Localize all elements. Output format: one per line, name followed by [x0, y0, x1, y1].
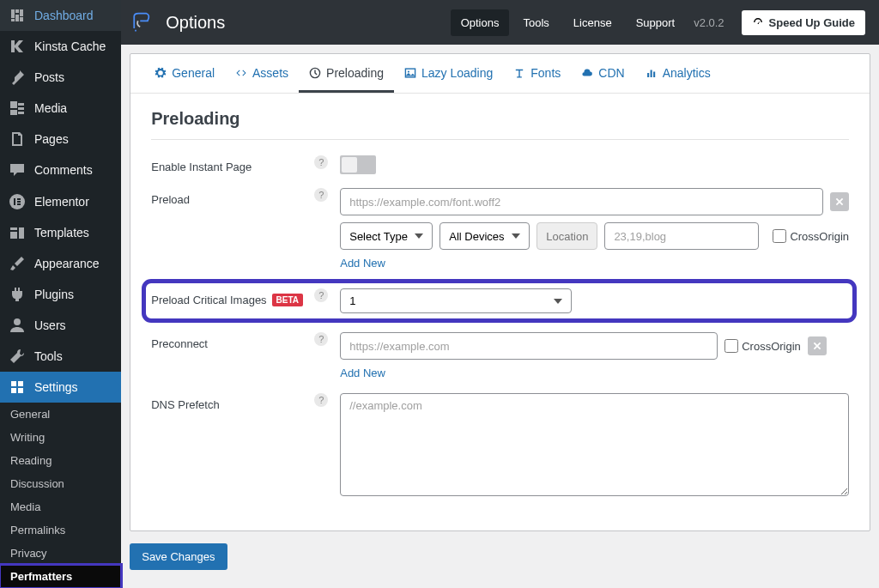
sidebar-sub-writing[interactable]: Writing	[0, 426, 121, 449]
add-new-link[interactable]: Add New	[340, 367, 849, 379]
crossorigin-checkbox[interactable]: CrossOrigin	[773, 229, 849, 243]
nav-options[interactable]: Options	[451, 9, 510, 36]
sidebar-item-label: Posts	[34, 70, 64, 84]
topbar: Options Options Tools License Support v2…	[121, 0, 879, 45]
app-root: Dashboard Kinsta Cache Posts Media Pages…	[0, 0, 879, 588]
panel-title: Preloading	[151, 109, 849, 129]
dashboard-icon	[9, 7, 26, 24]
panel: Preloading Enable Instant Page ? Preload…	[130, 94, 870, 530]
sidebar-item-plugins[interactable]: Plugins	[0, 279, 121, 310]
sidebar-sub-media[interactable]: Media	[0, 495, 121, 518]
sidebar-item-pages[interactable]: Pages	[0, 124, 121, 155]
gauge-icon	[752, 16, 764, 28]
sidebar-item-users[interactable]: Users	[0, 310, 121, 341]
tab-preloading[interactable]: Preloading	[299, 54, 394, 93]
sidebar-item-dashboard[interactable]: Dashboard	[0, 0, 121, 31]
page-title: Options	[166, 13, 225, 33]
sidebar-item-posts[interactable]: Posts	[0, 62, 121, 93]
save-changes-button[interactable]: Save Changes	[130, 543, 227, 570]
preload-devices-select[interactable]: All Devices	[440, 222, 530, 250]
nav-support[interactable]: Support	[626, 9, 686, 36]
add-new-link[interactable]: Add New	[340, 257, 849, 270]
preload-type-select[interactable]: Select Type	[340, 222, 433, 250]
critical-images-select[interactable]: 1	[340, 288, 572, 313]
sidebar-item-templates[interactable]: Templates	[0, 217, 121, 248]
perfmatters-logo-icon	[130, 10, 154, 34]
sidebar-sub-discussion[interactable]: Discussion	[0, 472, 121, 495]
preload-url-input[interactable]	[340, 188, 823, 215]
help-icon[interactable]: ?	[314, 155, 328, 169]
instant-page-label: Enable Instant Page	[151, 155, 314, 173]
sidebar-item-comments[interactable]: Comments	[0, 155, 121, 185]
row-preload: Preload ? Select Type All Devices Locati…	[151, 188, 849, 270]
preload-location-input[interactable]	[604, 222, 759, 250]
templates-icon	[9, 224, 26, 241]
svg-point-1	[14, 318, 21, 325]
tab-fonts[interactable]: Fonts	[503, 54, 571, 93]
divider	[151, 139, 849, 140]
sidebar-sub-privacy[interactable]: Privacy	[0, 542, 121, 565]
sidebar-item-settings[interactable]: Settings	[0, 372, 121, 403]
tab-cdn[interactable]: CDN	[571, 54, 634, 93]
help-icon[interactable]: ?	[314, 288, 328, 302]
sidebar-sub-perfmatters[interactable]: Perfmatters	[0, 565, 121, 588]
tab-general[interactable]: General	[144, 54, 225, 93]
help-icon[interactable]: ?	[314, 332, 328, 346]
sidebar-item-label: Dashboard	[34, 9, 94, 22]
sidebar-item-kinsta[interactable]: Kinsta Cache	[0, 31, 121, 62]
sidebar-item-label: Media	[34, 101, 67, 115]
remove-button[interactable]	[808, 336, 827, 355]
preload-label: Preload	[151, 188, 314, 206]
sidebar-item-label: Comments	[34, 163, 93, 177]
speed-up-guide-button[interactable]: Speed Up Guide	[742, 10, 865, 35]
clock-icon	[309, 67, 321, 79]
sidebar-item-elementor[interactable]: Elementor	[0, 186, 121, 217]
sidebar-item-appearance[interactable]: Appearance	[0, 248, 121, 279]
settings-icon	[9, 379, 26, 396]
svg-rect-4	[11, 388, 16, 393]
sidebar-item-label: Appearance	[34, 257, 100, 270]
nav-tools[interactable]: Tools	[512, 9, 559, 36]
tab-lazy-loading[interactable]: Lazy Loading	[394, 54, 503, 93]
main: Options Options Tools License Support v2…	[121, 0, 879, 588]
sidebar-item-media[interactable]: Media	[0, 93, 121, 124]
dns-prefetch-textarea[interactable]	[340, 393, 849, 496]
sidebar-item-label: Kinsta Cache	[34, 39, 106, 53]
help-icon[interactable]: ?	[314, 188, 328, 202]
remove-button[interactable]	[830, 192, 849, 211]
tab-assets[interactable]: Assets	[225, 54, 299, 93]
sidebar-sub-general[interactable]: General	[0, 403, 121, 426]
sidebar-item-label: Templates	[34, 226, 89, 239]
gear-icon	[155, 67, 167, 79]
svg-rect-5	[18, 388, 23, 393]
options-card: General Assets Preloading Lazy Loading F…	[130, 53, 870, 531]
sidebar-item-label: Pages	[34, 132, 69, 146]
media-icon	[9, 100, 26, 117]
content: General Assets Preloading Lazy Loading F…	[121, 45, 879, 588]
tabs: General Assets Preloading Lazy Loading F…	[130, 54, 870, 94]
sidebar-item-label: Users	[34, 318, 66, 332]
nav-license[interactable]: License	[563, 9, 622, 36]
topbar-nav: Options Tools License Support v2.0.2	[451, 9, 730, 36]
admin-sidebar: Dashboard Kinsta Cache Posts Media Pages…	[0, 0, 121, 588]
sidebar-item-label: Elementor	[34, 195, 89, 209]
tab-analytics[interactable]: Analytics	[635, 54, 721, 93]
preconnect-input[interactable]	[340, 332, 718, 360]
sidebar-sub-permalinks[interactable]: Permalinks	[0, 518, 121, 542]
critical-images-label: Preload Critical Images BETA	[151, 288, 314, 306]
svg-rect-3	[18, 381, 23, 386]
help-icon[interactable]: ?	[314, 393, 328, 407]
sidebar-item-label: Tools	[34, 349, 63, 363]
sidebar-sub-reading[interactable]: Reading	[0, 449, 121, 472]
brush-icon	[9, 255, 26, 272]
tools-icon	[9, 348, 26, 365]
sidebar-item-tools[interactable]: Tools	[0, 341, 121, 372]
svg-point-8	[408, 71, 409, 73]
preconnect-crossorigin-checkbox[interactable]: CrossOrigin	[724, 339, 801, 353]
plugin-icon	[9, 286, 26, 303]
instant-page-toggle[interactable]	[340, 155, 376, 174]
pin-icon	[9, 69, 26, 86]
row-preload-critical-images: Preload Critical Images BETA ? 1	[146, 283, 852, 318]
cloud-icon	[581, 67, 593, 79]
kinsta-icon	[9, 38, 26, 55]
